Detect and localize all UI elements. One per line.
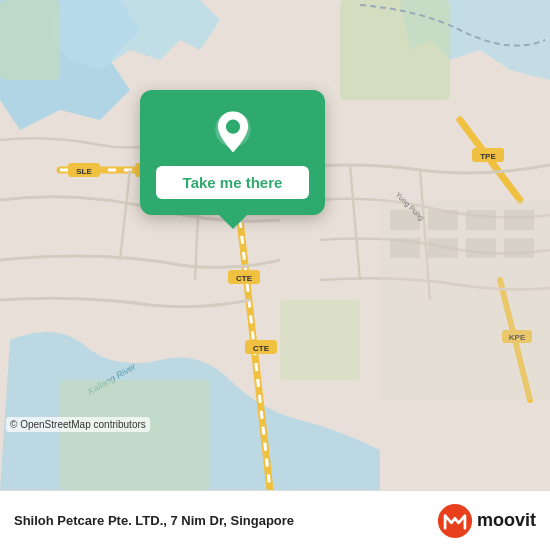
location-pin-icon bbox=[209, 108, 257, 156]
svg-point-30 bbox=[438, 503, 472, 537]
svg-rect-16 bbox=[60, 380, 210, 490]
svg-text:SLE: SLE bbox=[76, 167, 92, 176]
svg-rect-22 bbox=[504, 210, 534, 230]
location-info: Shiloh Petcare Pte. LTD., 7 Nim Dr, Sing… bbox=[14, 513, 437, 528]
map-attribution: © OpenStreetMap contributors bbox=[6, 417, 150, 432]
svg-rect-14 bbox=[340, 0, 450, 100]
svg-rect-24 bbox=[428, 238, 458, 258]
svg-text:TPE: TPE bbox=[480, 152, 496, 161]
svg-text:CTE: CTE bbox=[236, 274, 253, 283]
location-name: Shiloh Petcare Pte. LTD., 7 Nim Dr, Sing… bbox=[14, 513, 437, 528]
svg-rect-17 bbox=[280, 300, 360, 380]
svg-rect-25 bbox=[466, 238, 496, 258]
bottom-bar: Shiloh Petcare Pte. LTD., 7 Nim Dr, Sing… bbox=[0, 490, 550, 550]
moovit-text: moovit bbox=[477, 510, 536, 531]
svg-rect-26 bbox=[504, 238, 534, 258]
svg-rect-21 bbox=[466, 210, 496, 230]
svg-rect-15 bbox=[0, 0, 60, 80]
moovit-logo[interactable]: moovit bbox=[437, 503, 536, 539]
svg-rect-23 bbox=[390, 238, 420, 258]
popup-card: Take me there bbox=[140, 90, 325, 215]
svg-rect-20 bbox=[428, 210, 458, 230]
moovit-icon bbox=[437, 503, 473, 539]
svg-text:CTE: CTE bbox=[253, 344, 270, 353]
take-me-there-button[interactable]: Take me there bbox=[156, 166, 309, 199]
map-container[interactable]: SLE SLE CTE CTE TPE KPE Kallang Rive bbox=[0, 0, 550, 490]
svg-point-29 bbox=[225, 120, 239, 134]
